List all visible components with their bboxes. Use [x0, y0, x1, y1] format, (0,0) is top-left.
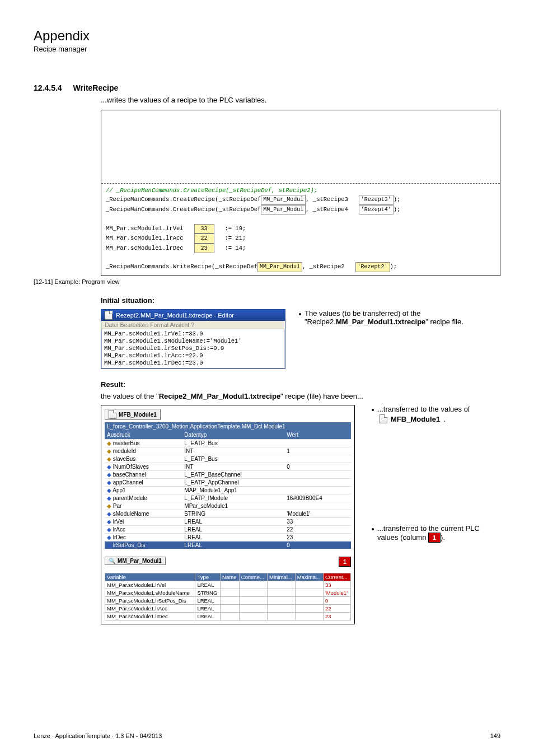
tree-table: L_force_Controller_3200_Motion.Applicati… [105, 422, 351, 549]
section-title: WriteRecipe [73, 83, 119, 92]
grid-cell: STRING [195, 589, 221, 597]
grid-cell [295, 613, 323, 620]
grid-cell: LREAL [195, 605, 221, 613]
diamond-blue-icon: ◆ [107, 511, 113, 517]
tree-cell-value: 16#009B00E4 [284, 494, 351, 502]
code-text: ); [390, 263, 397, 270]
tree-row: ◆ lrSetPos_DisLREAL0 [105, 542, 351, 549]
tree-col-header: Datentyp [182, 431, 284, 440]
tree-cell-name: ◆ sModuleName [105, 510, 182, 518]
grid-cell: MM_Par.scModule1.lrSetPos_Dis [105, 597, 195, 605]
tree-cell-value: 22 [284, 526, 351, 534]
grid-cell [239, 605, 267, 613]
grid-cell [221, 589, 240, 597]
tree-cell-name: ◆ moduleId [105, 447, 182, 455]
tree-cell-type: LREAL [182, 542, 284, 549]
diamond-blue-icon: ◆ [107, 487, 113, 493]
code-block: // _RecipeManCommands.CreateRecipe(_stRe… [101, 183, 500, 276]
grid-cell [268, 613, 296, 620]
diamond-blue-icon: ◆ [107, 479, 113, 486]
grid-cell [221, 597, 240, 605]
grid-row: MM_Par.scModule1.lrVelLREAL33 [105, 581, 351, 589]
mfb-reference: MFB_Module1. [380, 414, 500, 423]
code-pill: MM_Par_Modul [261, 205, 306, 215]
footer-page-number: 149 [490, 732, 500, 739]
tree-cell-type: STRING [182, 510, 284, 518]
mfb-name: MFB_Module1 [391, 415, 440, 423]
grid-col-header: Type [195, 573, 221, 581]
grid-cell [295, 597, 323, 605]
tree-cell-name: ◆ iNumOfSlaves [105, 463, 182, 471]
tree-cell-type: LREAL [182, 534, 284, 542]
tree-cell-type: L_EATP_BaseChannel [182, 471, 284, 479]
grid-cell [239, 589, 267, 597]
tree-cell-type: LREAL [182, 518, 284, 526]
grid-cell: 33 [323, 581, 350, 589]
grid-cell [295, 589, 323, 597]
grid-cell [295, 605, 323, 613]
editor-window: Rezept2.MM_Par_Modul1.txtrecipe - Editor… [101, 309, 285, 370]
page-subtitle: Recipe manager [34, 45, 500, 53]
code-value: 22 [194, 234, 214, 244]
red-marker-inline: 1 [428, 533, 441, 543]
diamond-blue-icon: ◆ [107, 464, 113, 470]
tree-cell-value: 23 [284, 534, 351, 542]
tree-row: ◆ iNumOfSlavesINT0 [105, 463, 351, 471]
editor-menubar: Datei Bearbeiten Format Ansicht ? [101, 321, 285, 329]
code-text: , _stRecipe4 [306, 206, 348, 213]
panel-frame: MFB_Module1 L_force_Controller_3200_Moti… [101, 405, 355, 624]
tree-cell-type: INT [182, 463, 284, 471]
tree-cell-name: ◆ slaveBus [105, 455, 182, 463]
grid-cell: 0 [323, 597, 350, 605]
editor-content: MM_Par.scModule1.lrVel:=33.0 MM_Par.scMo… [101, 329, 285, 369]
tree-col-header: Wert [284, 431, 351, 440]
code-pill-highlight: MM_Par_Modul [257, 262, 302, 272]
document-icon [105, 311, 113, 320]
initial-heading: Initial situation: [101, 296, 500, 305]
code-line: _RecipeManCommands.CreateRecipe(_stRecip… [106, 206, 261, 213]
grid-row: MM_Par.scModule1.lrAccLREAL22 [105, 605, 351, 613]
code-line: MM_Par.scModule1.lrAcc [106, 235, 184, 241]
tree-cell-value [284, 487, 351, 494]
bullet-item: ...transferred to the values of [372, 405, 500, 413]
result-text: " recipe (file) have been... [280, 392, 363, 400]
grid-cell [239, 581, 267, 589]
tree-cell-name: ◆ App1 [105, 487, 182, 494]
recipe-grid: VariableTypeNameComme...Minimal...Maxima… [105, 573, 351, 620]
code-text: , _stRecipe3 [306, 196, 348, 203]
tree-cell-type: L_EATP_AppChannel [182, 479, 284, 487]
code-text: := 19; [224, 225, 246, 232]
tree-cell-name: ◆ masterBus [105, 440, 182, 447]
figure-caption: [12-11] Example: Program view [34, 278, 500, 285]
grid-cell: LREAL [195, 597, 221, 605]
grid-tab: 🔍 MM_Par_Modul1 [105, 557, 166, 565]
tree-row: ◆ App1MAP_Module1_App1 [105, 487, 351, 494]
grid-cell: MM_Par.scModule1.lrDec [105, 613, 195, 620]
code-pill: MM_Par_Modul [261, 195, 306, 205]
bullet-item: The values (to be transferred) of the "R… [299, 309, 500, 326]
diamond-gold-icon: ◆ [107, 448, 113, 454]
tree-row: ◆ lrVelLREAL33 [105, 518, 351, 526]
tree-cell-name: ◆ lrVel [105, 518, 182, 526]
tree-row: ◆ masterBusL_EATP_Bus [105, 440, 351, 447]
result-line: the values of the "Recipe2_MM_Par_Modul1… [101, 392, 500, 400]
grid-cell: 'Module1' [323, 589, 350, 597]
tree-row: ◆ lrAccLREAL22 [105, 526, 351, 534]
bullet-text-bold: MM_Par_Modul1.txtrecipe [336, 318, 425, 326]
grid-cell: 22 [323, 605, 350, 613]
tree-cell-type: LREAL [182, 526, 284, 534]
bullet-text: ...transferred to the values of [377, 405, 470, 413]
tree-row: ◆ sModuleNameSTRING'Module1' [105, 510, 351, 518]
tree-cell-name: ◆ lrDec [105, 534, 182, 542]
code-value: 33 [194, 224, 214, 234]
section-intro: ...writes the values of a recipe to the … [101, 96, 500, 104]
grid-cell [268, 597, 296, 605]
grid-cell: MM_Par.scModule1.lrAcc [105, 605, 195, 613]
grid-cell: MM_Par.scModule1.lrVel [105, 581, 195, 589]
code-line: MM_Par.scModule1.lrDec [106, 245, 184, 251]
bullet-icon [299, 313, 301, 315]
tree-row: ◆ moduleIdINT1 [105, 447, 351, 455]
tree-cell-value: 33 [284, 518, 351, 526]
bullet-text: ). [441, 533, 445, 542]
tree-cell-value [284, 440, 351, 447]
